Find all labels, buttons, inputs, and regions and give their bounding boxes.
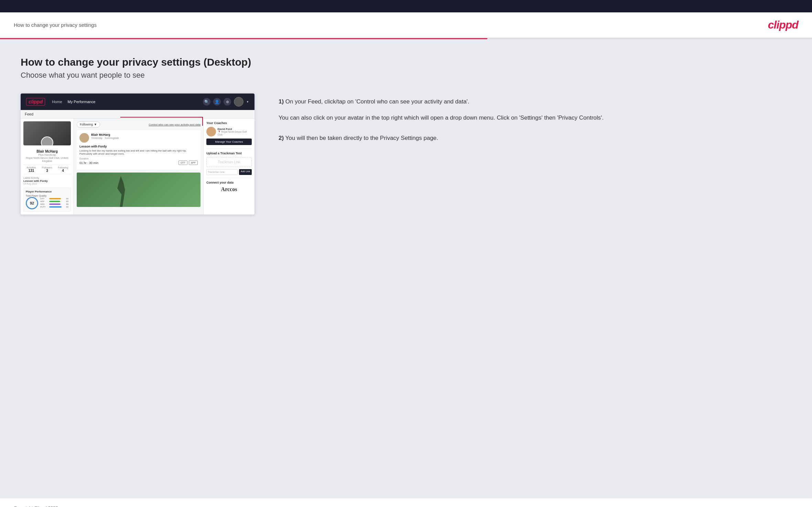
mock-latest-activity-name: Lesson with Fordy bbox=[23, 179, 71, 183]
instruction-2-text: 2) You will then be taken directly to th… bbox=[279, 133, 791, 143]
mock-trackman-input[interactable]: Trackman Link bbox=[206, 169, 238, 175]
copyright: Copyright Clippd 2022 bbox=[14, 505, 58, 507]
mock-right-panel: Your Coaches David Ford 📍 Royal North De… bbox=[204, 119, 255, 214]
mock-user-icon: 👤 bbox=[213, 98, 221, 106]
annotation-line bbox=[120, 117, 203, 118]
mock-post: Blair McHarg Yesterday · Sunningdale Les… bbox=[77, 130, 201, 170]
mock-avatar-container bbox=[23, 121, 71, 145]
mock-nav-link-home: Home bbox=[52, 100, 62, 104]
instruction-1-extra: You can also click on your avatar in the… bbox=[279, 113, 791, 123]
mock-post-user-info: Blair McHarg Yesterday · Sunningdale bbox=[91, 133, 119, 143]
mock-tpq-container: 92 OTT 90 APP 85 bbox=[26, 197, 68, 209]
mock-circle-score: 92 bbox=[26, 197, 38, 209]
mock-nav-links: Home My Performance bbox=[52, 100, 196, 104]
mock-trackman-input-row: Trackman Link Add Link bbox=[206, 169, 252, 175]
instruction-block-2: 2) You will then be taken directly to th… bbox=[279, 133, 791, 143]
mock-coach-info: David Ford 📍 Royal North Devon Golf Club bbox=[218, 128, 252, 136]
content-area: How to change your privacy settings (Des… bbox=[0, 39, 812, 498]
mock-user-club: Royal North Devon Golf Club, United King… bbox=[23, 156, 71, 163]
mock-nav-icons: 🔍 👤 ⊕ ▼ bbox=[203, 97, 249, 107]
mock-nav: clippd Home My Performance 🔍 👤 ⊕ ▼ bbox=[21, 93, 255, 110]
mock-search-icon: 🔍 bbox=[203, 98, 210, 106]
mock-add-link-button[interactable]: Add Link bbox=[239, 169, 252, 175]
mock-stat-followers: Followers 3 bbox=[39, 166, 55, 173]
mock-connect-section: Connect your data Arccos bbox=[206, 178, 252, 192]
mock-badge-row: OTT APP bbox=[178, 161, 198, 165]
screenshot-mockup: clippd Home My Performance 🔍 👤 ⊕ ▼ Feed bbox=[21, 93, 255, 214]
mock-user-name: Blair McHarg bbox=[23, 150, 71, 153]
mock-following-row: Following ▼ Control who can see your act… bbox=[77, 121, 201, 128]
mock-badge-ott: OTT bbox=[178, 161, 187, 165]
mock-latest-date: 03 Aug 2022 bbox=[23, 183, 71, 185]
mock-coach-row: David Ford 📍 Royal North Devon Golf Club bbox=[206, 127, 252, 136]
main-layout: clippd Home My Performance 🔍 👤 ⊕ ▼ Feed bbox=[21, 93, 791, 214]
mock-post-image bbox=[77, 173, 201, 207]
mock-nav-avatar bbox=[234, 97, 243, 107]
mock-post-avatar bbox=[79, 133, 89, 143]
header-title: How to change your privacy settings bbox=[14, 22, 97, 28]
mock-stat-activities: Activities 131 bbox=[23, 166, 39, 173]
top-bar bbox=[0, 0, 812, 12]
mock-arccos-label: Arccos bbox=[206, 186, 252, 192]
mock-badge-app: APP bbox=[189, 161, 198, 165]
instruction-2-number: 2) bbox=[279, 135, 284, 141]
mock-sidebar: Blair McHarg Plus Handicap Royal North D… bbox=[21, 119, 74, 214]
mock-stats: Activities 131 Followers 3 Following 4 bbox=[23, 165, 71, 174]
page-heading: How to change your privacy settings (Des… bbox=[21, 56, 791, 68]
mock-stat-following: Following 4 bbox=[55, 166, 71, 173]
mock-bars: OTT 90 APP 85 ARG bbox=[40, 198, 68, 209]
mock-bar-row-ott: OTT 90 bbox=[40, 198, 68, 200]
mock-body: Blair McHarg Plus Handicap Royal North D… bbox=[21, 119, 255, 214]
mock-manage-coaches-button[interactable]: Manage Your Coaches bbox=[206, 139, 252, 145]
page-subheading: Choose what you want people to see bbox=[21, 71, 791, 80]
mock-upload-section: Upload a Trackman Test Trackman Link Tra… bbox=[206, 148, 252, 175]
header: How to change your privacy settings clip… bbox=[0, 12, 812, 38]
mock-duration-row: 01 hr : 30 min OTT APP bbox=[79, 161, 198, 165]
mock-golfer-silhouette bbox=[114, 176, 131, 207]
mock-plus-icon: ⊕ bbox=[224, 98, 231, 106]
mock-user-handicap: Plus Handicap bbox=[23, 153, 71, 156]
mock-post-header: Blair McHarg Yesterday · Sunningdale bbox=[79, 133, 198, 143]
instructions: 1) On your Feed, click/tap on 'Control w… bbox=[272, 93, 791, 150]
instruction-block-1: 1) On your Feed, click/tap on 'Control w… bbox=[279, 97, 791, 123]
mock-trackman-box: Trackman Link bbox=[206, 157, 252, 167]
logo: clippd bbox=[768, 19, 798, 31]
mock-nav-dropdown-icon: ▼ bbox=[246, 100, 249, 103]
mock-latest-label: Latest Activity bbox=[23, 176, 71, 179]
mock-bar-row-putt: PUTT 96 bbox=[40, 206, 68, 208]
mock-coach-avatar bbox=[206, 127, 216, 136]
mock-bar-row-app: APP 85 bbox=[40, 200, 68, 202]
footer: Copyright Clippd 2022 bbox=[0, 498, 812, 507]
mock-coaches-section: Your Coaches David Ford 📍 Royal North De… bbox=[206, 121, 252, 145]
mock-nav-link-performance: My Performance bbox=[68, 100, 96, 104]
mock-logo: clippd bbox=[26, 98, 45, 106]
mock-center-feed: Following ▼ Control who can see your act… bbox=[74, 119, 204, 214]
mock-bar-row-arg: ARG 86 bbox=[40, 203, 68, 205]
mock-following-button[interactable]: Following ▼ bbox=[77, 121, 100, 128]
annotation-vertical bbox=[202, 117, 203, 126]
instruction-1-number: 1) bbox=[279, 98, 284, 105]
instruction-1-text: 1) On your Feed, click/tap on 'Control w… bbox=[279, 97, 791, 107]
mock-control-link[interactable]: Control who can see your activity and da… bbox=[149, 123, 201, 126]
mock-player-perf: Player Performance Total Player Quality … bbox=[23, 188, 71, 212]
